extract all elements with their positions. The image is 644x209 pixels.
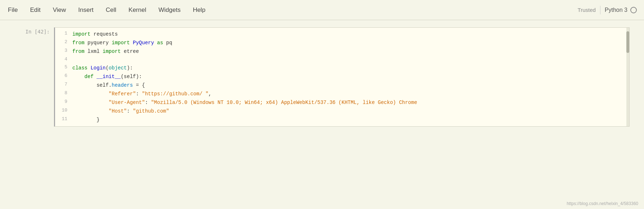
line-num-2: 2 [55,39,72,45]
line-content-2: from pyquery import PyQuery as pq [72,39,629,47]
line-content-11: } [72,116,629,124]
line-content-10: "Host": "github.com" [72,107,629,115]
watermark: https://blog.csdn.net/helxin_4/583360 [567,201,638,206]
menu-insert[interactable]: Insert [77,5,94,15]
cell-prompt: In [42]: [14,27,54,127]
code-line-6: 6 def __init__(self): [55,72,629,81]
line-num-4: 4 [55,56,72,62]
menubar: File Edit View Insert Cell Kernel Widget… [0,0,644,20]
line-num-10: 10 [55,107,72,113]
code-line-3: 3 from lxml import etree [55,47,629,56]
code-line-4: 4 [55,56,629,64]
cell-container: In [42]: 1 import requests 2 from pyquer… [0,27,644,127]
code-line-1: 1 import requests [55,30,629,38]
code-area: 1 import requests 2 from pyquery import … [55,28,629,126]
menu-help[interactable]: Help [192,5,206,15]
menu-view[interactable]: View [52,5,67,15]
scrollbar-thumb[interactable] [626,31,629,53]
code-line-7: 7 self.headers = { [55,81,629,90]
line-content-8: "Referer": "https://github.com/ ", [72,90,629,98]
menubar-right: Trusted Python 3 [578,6,637,14]
line-content-5: class Login(object): [72,64,629,72]
menu-widgets[interactable]: Widgets [158,5,181,15]
kernel-name: Python 3 [605,7,627,13]
menu-edit[interactable]: Edit [29,5,41,15]
code-line-5: 5 class Login(object): [55,64,629,72]
code-line-11: 11 } [55,115,629,124]
line-num-11: 11 [55,116,72,122]
line-content-6: def __init__(self): [72,73,629,81]
code-line-10: 10 "Host": "github.com" [55,107,629,115]
line-num-6: 6 [55,73,72,78]
menu-file[interactable]: File [7,5,18,15]
trusted-label: Trusted [578,7,596,13]
kernel-info: Python 3 [605,7,637,13]
line-content-9: "User-Agent": "Mozilla/5.0 (Windows NT 1… [72,99,629,106]
kernel-status-circle [630,7,637,13]
cell-input[interactable]: 1 import requests 2 from pyquery import … [54,27,630,127]
menu-cell[interactable]: Cell [105,5,117,15]
line-num-1: 1 [55,30,72,36]
line-num-9: 9 [55,99,72,104]
line-num-5: 5 [55,64,72,70]
line-num-7: 7 [55,81,72,87]
line-content-3: from lxml import etree [72,47,629,55]
line-content-1: import requests [72,30,629,38]
line-num-3: 3 [55,47,72,53]
line-num-8: 8 [55,90,72,96]
code-line-8: 8 "Referer": "https://github.com/ ", [55,90,629,98]
notebook-area: In [42]: 1 import requests 2 from pyquer… [0,20,644,209]
menubar-divider [600,6,600,14]
code-line-9: 9 "User-Agent": "Mozilla/5.0 (Windows NT… [55,98,629,107]
menu-items: File Edit View Insert Cell Kernel Widget… [7,5,578,15]
menu-kernel[interactable]: Kernel [128,5,147,15]
code-line-2: 2 from pyquery import PyQuery as pq [55,38,629,47]
scrollbar-track[interactable] [626,28,629,126]
line-content-7: self.headers = { [72,81,629,89]
